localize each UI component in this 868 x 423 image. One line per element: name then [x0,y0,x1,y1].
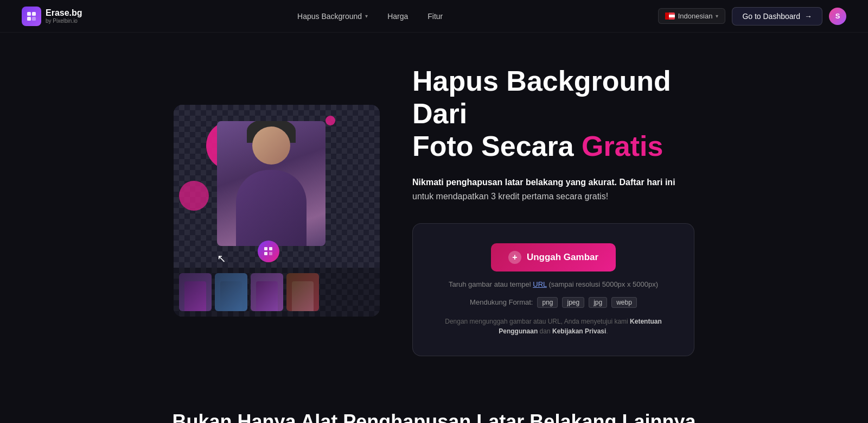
hero-subtitle-rest: untuk mendapatkan 3 kredit pertama secar… [412,192,608,201]
deco-circle-small [326,116,335,125]
thumbnail-strip [174,268,380,317]
deco-circle-medium [179,181,209,211]
person-body [236,170,307,246]
demo-image-card: ↖ [174,105,380,317]
thumbnail-4 [286,273,319,311]
thumbnail-1 [179,273,212,311]
format-badge-jpg: jpg [589,297,607,308]
hero-title: Hapus Background Dari Foto Secara Gratis [412,65,694,162]
svg-rect-7 [269,252,272,255]
go-dashboard-button[interactable]: Go to Dashboard → [732,7,822,26]
upload-card: + Unggah Gambar Taruh gambar atau tempel… [412,223,694,356]
hero-content: Hapus Background Dari Foto Secara Gratis… [412,65,694,356]
arrow-right-icon: → [805,12,812,21]
logo-text: Erase.bg by Pixelbin.io [46,8,82,24]
language-selector[interactable]: Indonesian ▾ [658,8,726,24]
lang-chevron-icon: ▾ [716,13,718,19]
format-badge-png: png [537,297,558,308]
brand-name: Erase.bg [46,8,82,18]
terms-text: Dengan mengunggah gambar atau URL, Anda … [435,317,672,336]
upload-plus-icon: + [508,251,521,264]
svg-rect-5 [269,247,272,250]
avatar[interactable]: S [829,8,846,25]
svg-rect-4 [264,247,267,250]
format-badge-webp: webp [611,297,637,308]
svg-rect-3 [32,17,36,21]
hero-subtitle-bold2: Daftar hari ini [619,178,675,187]
main-nav: Hapus Background ▾ Harga Fitur [290,8,450,25]
format-badge-jpeg: jpeg [562,297,584,308]
hero-subtitle-bold1: Nikmati penghapusan latar belakang yang … [412,178,619,187]
bottom-title: Bukan Hanya Alat Penghapusan Latar Belak… [43,411,825,423]
svg-rect-2 [27,17,31,21]
hero-section: ↖ Hapus Background Dari Foto Secara Grat… [54,33,814,389]
navbar: Erase.bg by Pixelbin.io Hapus Background… [0,0,868,33]
nav-hapus-background[interactable]: Hapus Background ▾ [290,8,375,25]
svg-rect-6 [264,252,267,255]
svg-rect-1 [32,12,36,16]
pixelbin-overlay-icon [258,241,279,262]
chevron-down-icon: ▾ [365,13,368,19]
logo-icon [22,7,41,26]
navbar-right: Indonesian ▾ Go to Dashboard → S [658,7,846,26]
cursor-icon: ↖ [217,252,226,265]
format-row: Mendukung Format: png jpeg jpg webp [435,297,672,308]
person-head [252,127,290,165]
svg-rect-0 [27,12,31,16]
person-cutout [217,121,326,246]
nav-harga[interactable]: Harga [380,8,416,25]
url-link[interactable]: URL [533,280,547,288]
privacy-link[interactable]: Kebijakan Privasi [552,327,606,335]
thumbnail-2 [215,273,247,311]
indonesian-flag-icon [665,12,675,20]
hero-subtitle: Nikmati penghapusan latar belakang yang … [412,175,694,203]
brand-subtitle: by Pixelbin.io [46,18,82,24]
thumbnail-3 [251,273,283,311]
upload-button[interactable]: + Unggah Gambar [491,243,616,272]
logo-link[interactable]: Erase.bg by Pixelbin.io [22,7,82,26]
nav-fitur[interactable]: Fitur [420,8,450,25]
upload-hint: Taruh gambar atau tempel URL (sampai res… [435,280,672,288]
hero-title-accent: Gratis [582,130,663,162]
bottom-section: Bukan Hanya Alat Penghapusan Latar Belak… [0,389,868,423]
hero-image-container: ↖ [174,105,380,317]
